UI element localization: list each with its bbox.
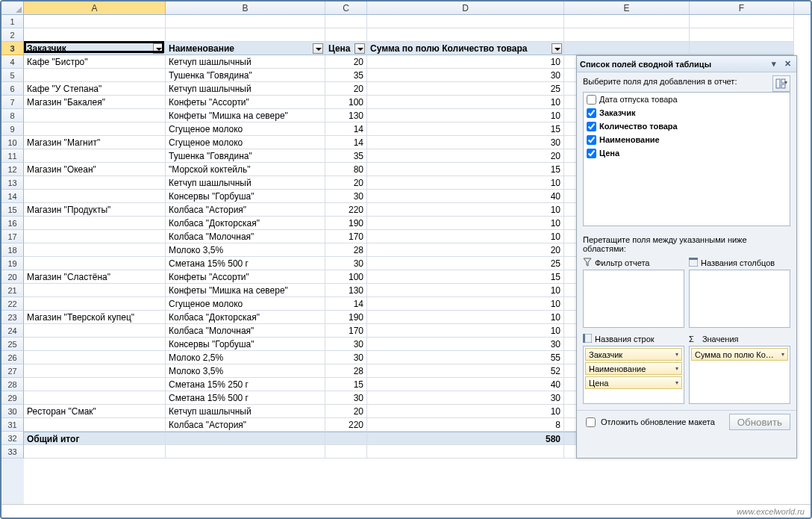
cell-D6[interactable]: 25 <box>367 82 564 96</box>
row-header-4[interactable]: 4 <box>1 55 24 69</box>
cell-C33[interactable] <box>325 445 367 459</box>
zone-column-labels[interactable]: Названия столбцов <box>689 256 790 328</box>
cell-D13[interactable]: 10 <box>367 176 564 190</box>
cell-C26[interactable]: 30 <box>325 351 367 364</box>
cell-C14[interactable]: 30 <box>325 190 367 203</box>
filter-dropdown-D[interactable] <box>552 43 562 54</box>
cell-D26[interactable]: 55 <box>367 351 564 364</box>
cell-A25[interactable] <box>24 338 166 351</box>
field-list[interactable]: Дата отпуска товараЗаказчикКоличество то… <box>583 92 790 226</box>
cell-B10[interactable]: Сгущеное молоко <box>166 136 325 149</box>
cell-B21[interactable]: Конфеты "Мишка на севере" <box>166 284 325 297</box>
cell-B11[interactable]: Тушенка "Говядина" <box>166 149 325 163</box>
field-checkbox[interactable] <box>587 149 596 158</box>
row-header-26[interactable]: 26 <box>1 351 24 364</box>
cell-A19[interactable] <box>24 257 166 270</box>
row-header-19[interactable]: 19 <box>1 257 24 270</box>
cell-A28[interactable] <box>24 378 166 391</box>
cell-A24[interactable] <box>24 324 166 338</box>
cell-C25[interactable]: 30 <box>325 338 367 351</box>
cell-B22[interactable]: Сгущеное молоко <box>166 297 325 311</box>
zone-item[interactable]: Цена <box>585 376 682 389</box>
cell-B23[interactable]: Колбаса "Докторская" <box>166 311 325 324</box>
field-4[interactable]: Цена <box>584 146 790 160</box>
cell-C21[interactable]: 130 <box>325 284 367 297</box>
cell-D1[interactable] <box>367 15 564 28</box>
cell-A1[interactable] <box>24 15 166 28</box>
cell-B31[interactable]: Колбаса "Астория" <box>166 418 325 432</box>
pivot-header-C[interactable]: Цена <box>325 42 367 55</box>
cell-A4[interactable]: Кафе "Бистро" <box>24 55 166 69</box>
pivot-header-B[interactable]: Наименование <box>166 42 325 55</box>
cell-D31[interactable]: 8 <box>367 418 564 432</box>
zone-values[interactable]: Σ Значения Сумма по полю Ко… <box>689 332 790 404</box>
cell-B16[interactable]: Колбаса "Докторская" <box>166 217 325 230</box>
row-header-31[interactable]: 31 <box>1 418 24 432</box>
cell-A9[interactable] <box>24 122 166 136</box>
cell-D27[interactable]: 52 <box>367 364 564 378</box>
cell-B4[interactable]: Кетчуп шашлычный <box>166 55 325 69</box>
cell-A22[interactable] <box>24 297 166 311</box>
cell-D5[interactable]: 30 <box>367 69 564 82</box>
cell-A17[interactable] <box>24 230 166 243</box>
cell-D17[interactable]: 10 <box>367 230 564 243</box>
field-1[interactable]: Заказчик <box>584 106 790 119</box>
cell-D25[interactable]: 30 <box>367 338 564 351</box>
row-header-22[interactable]: 22 <box>1 297 24 311</box>
cell-D8[interactable]: 10 <box>367 109 564 122</box>
cell-D9[interactable]: 15 <box>367 122 564 136</box>
filter-dropdown-A[interactable] <box>153 43 163 54</box>
cell-B26[interactable]: Молоко 2,5% <box>166 351 325 364</box>
cell-C9[interactable]: 14 <box>325 122 367 136</box>
cell-D10[interactable]: 30 <box>367 136 564 149</box>
cell-E1[interactable] <box>564 15 690 28</box>
cell-A6[interactable]: Кафе "У Степана" <box>24 82 166 96</box>
cell-D23[interactable]: 10 <box>367 311 564 324</box>
zone-item[interactable]: Наименование <box>585 362 682 375</box>
cell-C7[interactable]: 100 <box>325 96 367 109</box>
cell-A11[interactable] <box>24 149 166 163</box>
column-header-E[interactable]: E <box>564 1 690 14</box>
pivot-header-E[interactable] <box>564 42 690 55</box>
cell-A27[interactable] <box>24 364 166 378</box>
defer-layout-checkbox[interactable]: Отложить обновление макета <box>583 415 715 429</box>
cell-D15[interactable]: 10 <box>367 203 564 217</box>
row-header-10[interactable]: 10 <box>1 136 24 149</box>
column-header-A[interactable]: A <box>24 1 166 14</box>
cell-D14[interactable]: 40 <box>367 190 564 203</box>
field-0[interactable]: Дата отпуска товара <box>584 93 790 106</box>
cell-A33[interactable] <box>24 445 166 459</box>
cell-B24[interactable]: Колбаса "Молочная" <box>166 324 325 338</box>
row-header-18[interactable]: 18 <box>1 243 24 257</box>
cell-B9[interactable]: Сгущеное молоко <box>166 122 325 136</box>
field-checkbox[interactable] <box>587 135 596 145</box>
cell-C31[interactable]: 220 <box>325 418 367 432</box>
cell-C19[interactable]: 30 <box>325 257 367 270</box>
column-header-F[interactable]: F <box>690 1 794 14</box>
layout-options-button[interactable] <box>772 75 790 92</box>
row-header-16[interactable]: 16 <box>1 217 24 230</box>
row-header-25[interactable]: 25 <box>1 338 24 351</box>
cell-D21[interactable]: 10 <box>367 284 564 297</box>
row-header-2[interactable]: 2 <box>1 28 24 42</box>
cell-D29[interactable]: 30 <box>367 391 564 405</box>
cell-C2[interactable] <box>325 28 367 42</box>
row-header-20[interactable]: 20 <box>1 270 24 284</box>
cell-C30[interactable]: 20 <box>325 405 367 418</box>
cell-C24[interactable]: 170 <box>325 324 367 338</box>
cell-A2[interactable] <box>24 28 166 42</box>
row-header-12[interactable]: 12 <box>1 163 24 176</box>
cell-A30[interactable]: Ресторан "Смак" <box>24 405 166 418</box>
cell-D18[interactable]: 20 <box>367 243 564 257</box>
cell-B20[interactable]: Конфеты "Ассорти" <box>166 270 325 284</box>
cell-D2[interactable] <box>367 28 564 42</box>
cell-C10[interactable]: 14 <box>325 136 367 149</box>
pivot-header-D[interactable]: Сумма по полю Количество товара <box>367 42 564 55</box>
column-header-B[interactable]: B <box>166 1 325 14</box>
cell-D20[interactable]: 15 <box>367 270 564 284</box>
cell-C29[interactable]: 30 <box>325 391 367 405</box>
pane-menu-button[interactable]: ▾ <box>768 58 780 70</box>
cell-C8[interactable]: 130 <box>325 109 367 122</box>
row-header-3[interactable]: 3 <box>1 42 24 55</box>
cell-C16[interactable]: 190 <box>325 217 367 230</box>
